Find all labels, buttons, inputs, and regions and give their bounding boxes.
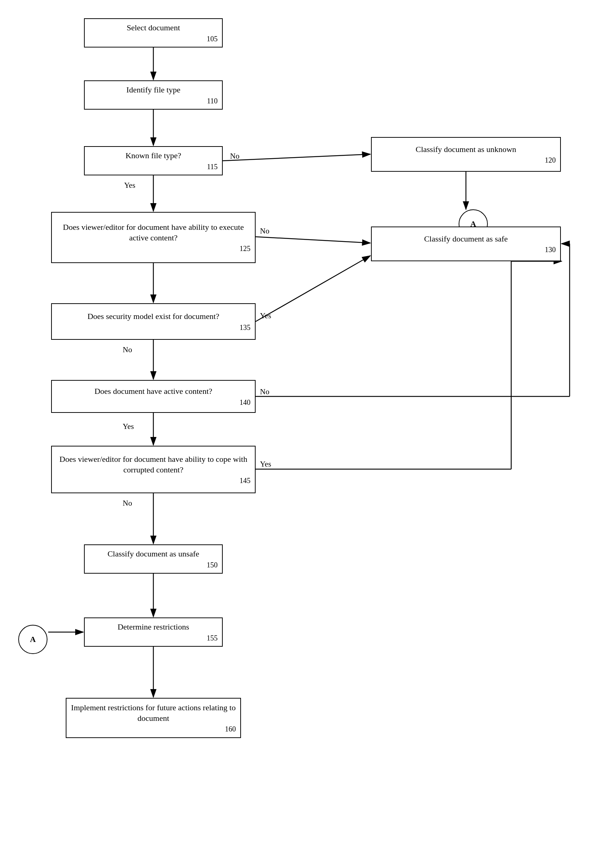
viewer-editor-active-box: Does viewer/editor for document have abi… (51, 212, 256, 263)
classify-unsafe-label: Classify document as unsafe (107, 549, 199, 559)
active-content-box: Does document have active content? 140 (51, 380, 256, 413)
viewer-editor-active-num: 125 (240, 244, 250, 253)
cope-corrupted-box: Does viewer/editor for document have abi… (51, 446, 256, 493)
classify-unknown-box: Classify document as unknown 120 (371, 137, 561, 172)
yes-145-label: Yes (260, 460, 271, 469)
cope-corrupted-num: 145 (240, 476, 250, 485)
classify-safe-box: Classify document as safe 130 (371, 227, 561, 261)
classify-unknown-num: 120 (545, 156, 556, 164)
implement-restrictions-box: Implement restrictions for future action… (66, 698, 241, 738)
identify-file-type-num: 110 (207, 97, 218, 105)
no-145-label: No (123, 499, 132, 508)
classify-safe-label: Classify document as safe (424, 234, 508, 244)
classify-unsafe-box: Classify document as unsafe 150 (84, 544, 223, 574)
active-content-label: Does document have active content? (94, 386, 212, 397)
svg-line-3 (223, 154, 370, 161)
no-140-label: No (260, 387, 269, 397)
select-document-label: Select document (127, 23, 180, 33)
svg-line-9 (256, 256, 370, 321)
active-content-num: 140 (240, 398, 250, 407)
known-file-type-box: Known file type? 115 (84, 146, 223, 175)
select-document-num: 105 (207, 35, 218, 43)
implement-restrictions-label: Implement restrictions for future action… (71, 702, 236, 723)
no-125-label: No (260, 227, 269, 236)
security-model-label: Does security model exist for document? (87, 311, 219, 322)
circle-a-bottom-label: A (30, 635, 36, 644)
determine-restrictions-num: 155 (207, 634, 218, 643)
known-file-type-num: 115 (207, 162, 218, 171)
classify-unknown-label: Classify document as unknown (416, 144, 516, 155)
viewer-editor-active-label: Does viewer/editor for document have abi… (56, 222, 250, 243)
flowchart: Select document 105 Identify file type 1… (0, 0, 616, 863)
yes-140-label: Yes (123, 422, 134, 431)
no-135-label: No (123, 345, 132, 354)
classify-safe-num: 130 (545, 246, 556, 254)
security-model-num: 135 (240, 323, 250, 332)
security-model-box: Does security model exist for document? … (51, 303, 256, 340)
determine-restrictions-box: Determine restrictions 155 (84, 617, 223, 647)
cope-corrupted-label: Does viewer/editor for document have abi… (56, 454, 250, 475)
no-115-label: No (230, 152, 240, 161)
classify-unsafe-num: 150 (207, 561, 218, 569)
implement-restrictions-num: 160 (225, 725, 236, 733)
yes-135-label: Yes (260, 311, 271, 320)
known-file-type-label: Known file type? (126, 151, 181, 161)
identify-file-type-box: Identify file type 110 (84, 80, 223, 110)
circle-a-bottom: A (18, 625, 47, 654)
select-document-box: Select document 105 (84, 18, 223, 47)
determine-restrictions-label: Determine restrictions (118, 622, 189, 633)
identify-file-type-label: Identify file type (126, 85, 181, 95)
svg-line-7 (256, 237, 370, 243)
yes-115-label: Yes (124, 181, 135, 190)
